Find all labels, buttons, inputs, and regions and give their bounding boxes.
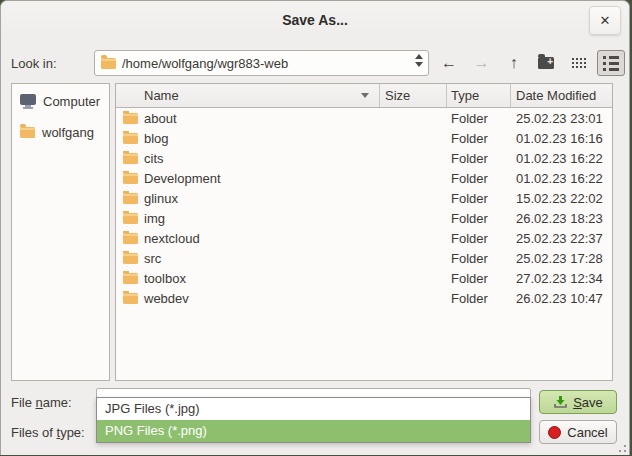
table-row[interactable]: glinuxFolder15.02.23 22:02 — [116, 188, 612, 208]
folder-icon — [20, 127, 35, 138]
file-date-modified: 26.02.23 18:23 — [511, 211, 612, 226]
navigation-toolbar: ← → ↑ — [435, 50, 625, 76]
folder-icon — [123, 293, 138, 304]
table-row[interactable]: nextcloudFolder25.02.23 22:37 — [116, 228, 612, 248]
save-button-label: Save — [573, 395, 603, 410]
save-icon — [553, 395, 567, 409]
resize-grip[interactable] — [616, 442, 626, 452]
file-name: cits — [144, 151, 164, 166]
spin-down-icon — [415, 62, 423, 67]
folder-icon — [123, 273, 138, 284]
computer-icon — [20, 94, 36, 105]
list-view-icon — [603, 56, 619, 71]
file-type-dropdown-list: JPG Files (*.jpg)PNG Files (*.png) — [96, 397, 531, 443]
file-name: nextcloud — [144, 231, 200, 246]
back-button[interactable]: ← — [435, 50, 463, 76]
combo-spinner[interactable] — [415, 54, 423, 67]
file-name: glinux — [144, 191, 178, 206]
forward-button[interactable]: → — [467, 50, 495, 76]
table-row[interactable]: citsFolder01.02.23 16:22 — [116, 148, 612, 168]
file-type: Folder — [447, 191, 511, 206]
save-button[interactable]: Save — [539, 390, 617, 414]
table-header: Name Size Type Date Modified — [116, 84, 612, 108]
close-icon: ✕ — [600, 13, 611, 28]
file-date-modified: 15.02.23 22:02 — [511, 191, 612, 206]
table-row[interactable]: toolboxFolder27.02.23 12:34 — [116, 268, 612, 288]
cancel-button-label: Cancel — [567, 425, 607, 440]
header-type[interactable]: Type — [447, 84, 511, 107]
files-of-type-label: Files of type: — [11, 425, 85, 440]
folder-icon — [123, 133, 138, 144]
file-type: Folder — [447, 231, 511, 246]
table-row[interactable]: blogFolder01.02.23 16:16 — [116, 128, 612, 148]
spin-up-icon — [415, 54, 423, 59]
file-type: Folder — [447, 131, 511, 146]
folder-icon — [123, 113, 138, 124]
file-date-modified: 01.02.23 16:22 — [511, 171, 612, 186]
file-type: Folder — [447, 151, 511, 166]
folder-icon — [101, 58, 116, 69]
back-icon: ← — [441, 54, 457, 72]
sort-descending-icon — [361, 93, 369, 98]
folder-icon — [123, 193, 138, 204]
file-name: about — [144, 111, 177, 126]
header-name[interactable]: Name — [116, 84, 380, 107]
table-row[interactable]: imgFolder26.02.23 18:23 — [116, 208, 612, 228]
file-name-label: File name: — [11, 395, 72, 410]
file-name: blog — [144, 131, 169, 146]
parent-directory-button[interactable]: ↑ — [500, 50, 528, 76]
path-combobox[interactable]: /home/wolfgang/wgr883-web — [94, 50, 429, 76]
forward-icon: → — [473, 54, 489, 72]
dialog-title: Save As... — [1, 12, 629, 28]
table-row[interactable]: srcFolder25.02.23 17:28 — [116, 248, 612, 268]
file-date-modified: 25.02.23 23:01 — [511, 111, 612, 126]
file-name: Development — [144, 171, 221, 186]
file-date-modified: 01.02.23 16:22 — [511, 151, 612, 166]
places-sidebar: Computer wolfgang — [11, 83, 110, 381]
titlebar[interactable]: Save As... ✕ — [1, 1, 629, 39]
close-button[interactable]: ✕ — [589, 6, 621, 35]
cancel-button[interactable]: Cancel — [539, 420, 617, 444]
file-date-modified: 25.02.23 22:37 — [511, 231, 612, 246]
save-as-dialog: Save As... ✕ Look in: /home/wolfgang/wgr… — [0, 0, 630, 455]
file-date-modified: 01.02.23 16:16 — [511, 131, 612, 146]
icon-view-button[interactable] — [565, 50, 593, 76]
cancel-icon — [548, 426, 561, 439]
header-date-modified[interactable]: Date Modified — [511, 84, 612, 107]
table-row[interactable]: DevelopmentFolder01.02.23 16:22 — [116, 168, 612, 188]
create-new-folder-button[interactable] — [532, 50, 560, 76]
table-row[interactable]: aboutFolder25.02.23 23:01 — [116, 108, 612, 128]
file-name: toolbox — [144, 271, 186, 286]
sidebar-item-wolfgang[interactable]: wolfgang — [12, 120, 109, 145]
file-date-modified: 27.02.23 12:34 — [511, 271, 612, 286]
file-table-body: aboutFolder25.02.23 23:01blogFolder01.02… — [116, 108, 612, 308]
file-type: Folder — [447, 171, 511, 186]
filetype-option[interactable]: JPG Files (*.jpg) — [97, 398, 530, 420]
folder-icon — [123, 253, 138, 264]
look-in-label: Look in: — [11, 56, 57, 71]
file-type: Folder — [447, 251, 511, 266]
file-date-modified: 25.02.23 17:28 — [511, 251, 612, 266]
file-list-view: Name Size Type Date Modified aboutFolder… — [115, 83, 613, 381]
grid-view-icon — [571, 57, 587, 70]
table-row[interactable]: webdevFolder26.02.23 10:47 — [116, 288, 612, 308]
file-type: Folder — [447, 291, 511, 306]
sidebar-item-computer[interactable]: Computer — [12, 89, 109, 114]
detail-view-button[interactable] — [597, 50, 625, 76]
file-name: img — [144, 211, 165, 226]
file-type: Folder — [447, 211, 511, 226]
header-size[interactable]: Size — [380, 84, 447, 107]
file-name: webdev — [144, 291, 189, 306]
current-path: /home/wolfgang/wgr883-web — [122, 56, 288, 71]
file-name: src — [144, 251, 161, 266]
sidebar-item-label: wolfgang — [42, 125, 94, 140]
folder-icon — [123, 213, 138, 224]
file-date-modified: 26.02.23 10:47 — [511, 291, 612, 306]
sidebar-item-label: Computer — [43, 94, 100, 109]
file-type: Folder — [447, 271, 511, 286]
folder-icon — [123, 153, 138, 164]
filetype-option[interactable]: PNG Files (*.png) — [97, 420, 530, 442]
file-type: Folder — [447, 111, 511, 126]
new-folder-icon — [538, 57, 554, 69]
folder-icon — [123, 173, 138, 184]
